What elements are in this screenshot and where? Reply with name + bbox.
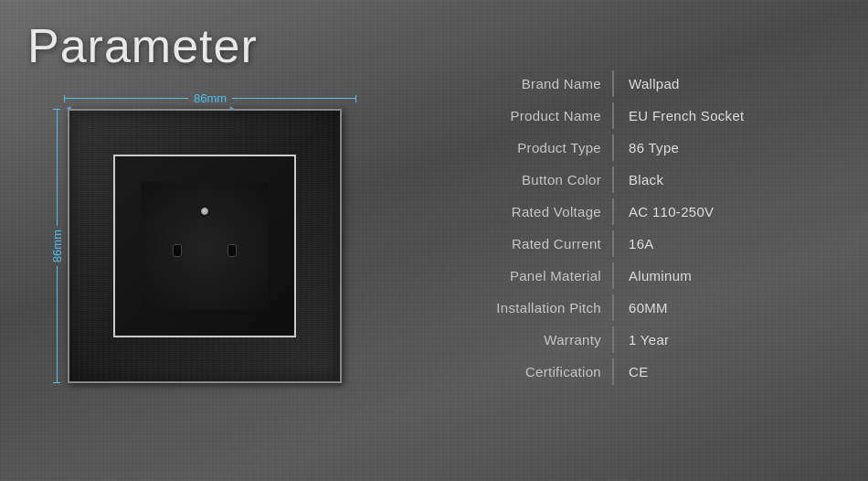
dim-line-left-bottom bbox=[57, 266, 58, 382]
spec-value: 86 Type bbox=[614, 133, 679, 163]
spec-row: Brand NameWallpad bbox=[457, 69, 841, 99]
spec-value: Black bbox=[614, 165, 663, 195]
product-outer-box bbox=[68, 109, 342, 383]
specs-table: Brand NameWallpadProduct NameEU French S… bbox=[457, 69, 841, 387]
spec-value: EU French Socket bbox=[614, 101, 745, 131]
spec-value: Aluminum bbox=[614, 261, 692, 291]
spec-row: Warranty1 Year bbox=[457, 325, 841, 355]
spec-row: Rated VoltageAC 110-250V bbox=[457, 197, 841, 227]
spec-label: Certification bbox=[457, 357, 612, 387]
dimension-top: 86mm bbox=[64, 91, 356, 105]
dim-label-width: 86mm bbox=[188, 91, 232, 105]
spec-label: Rated Voltage bbox=[457, 197, 612, 227]
product-image-container: 86mm 86mm bbox=[46, 91, 356, 383]
dimension-left: 86mm bbox=[46, 109, 68, 383]
socket-body bbox=[141, 182, 269, 310]
spec-row: Panel MaterialAluminum bbox=[457, 261, 841, 291]
spec-row: Button ColorBlack bbox=[457, 165, 841, 195]
right-section: Brand NameWallpadProduct NameEU French S… bbox=[420, 18, 841, 389]
dim-line-top-right bbox=[232, 98, 355, 99]
spec-label: Product Type bbox=[457, 133, 612, 163]
spec-row: Rated Current16A bbox=[457, 229, 841, 259]
left-section: Parameter 86mm 86mm bbox=[27, 18, 420, 383]
socket-ground-pin bbox=[201, 208, 208, 215]
spec-value: 60MM bbox=[614, 293, 668, 323]
spec-label: Rated Current bbox=[457, 229, 612, 259]
spec-label: Product Name bbox=[457, 101, 612, 131]
dim-line-top-left bbox=[65, 98, 188, 99]
dim-line-left-top bbox=[57, 110, 58, 226]
page-title: Parameter bbox=[27, 18, 420, 73]
socket-hole-right bbox=[228, 244, 237, 257]
socket-hole-left bbox=[173, 244, 182, 257]
dim-tick-right-top bbox=[355, 95, 356, 102]
page-container: Parameter 86mm 86mm bbox=[0, 0, 868, 481]
product-inner-box bbox=[113, 155, 296, 337]
spec-value: AC 110-250V bbox=[614, 197, 714, 227]
spec-value: CE bbox=[614, 357, 648, 387]
spec-label: Warranty bbox=[457, 325, 612, 355]
spec-row: Product NameEU French Socket bbox=[457, 101, 841, 131]
spec-label: Panel Material bbox=[457, 261, 612, 291]
spec-row: CertificationCE bbox=[457, 357, 841, 387]
dim-label-height: 86mm bbox=[50, 226, 64, 266]
spec-value: 16A bbox=[614, 229, 654, 259]
spec-value: 1 Year bbox=[614, 325, 669, 355]
dim-vertical-container: 86mm bbox=[46, 109, 356, 383]
spec-row: Installation Pitch60MM bbox=[457, 293, 841, 323]
spec-value: Wallpad bbox=[614, 69, 680, 99]
dim-tick-bottom-left bbox=[53, 382, 60, 383]
spec-label: Installation Pitch bbox=[457, 293, 612, 323]
spec-row: Product Type86 Type bbox=[457, 133, 841, 163]
spec-label: Button Color bbox=[457, 165, 612, 195]
spec-label: Brand Name bbox=[457, 69, 612, 99]
socket-holes-row bbox=[173, 244, 237, 257]
